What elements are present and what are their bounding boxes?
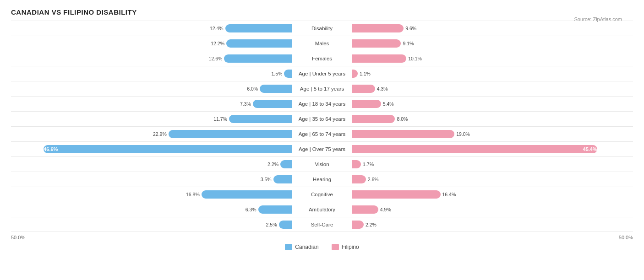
bar-canadian <box>279 221 293 229</box>
legend-filipino-icon <box>332 244 339 250</box>
bar-value-canadian: 12.4% <box>210 26 224 31</box>
chart-row: 11.7%Age | 35 to 64 years8.0% <box>11 111 633 126</box>
bar-value-canadian: 12.6% <box>209 56 223 61</box>
legend-canadian-icon <box>285 244 292 250</box>
left-bar-container: 3.5% <box>11 174 292 184</box>
left-bar-container: 16.8% <box>11 189 292 199</box>
axis-row: 50.0% 50.0% <box>11 235 633 240</box>
bar-value-canadian: 6.0% <box>247 86 258 92</box>
row-label: Age | 18 to 34 years <box>292 101 352 107</box>
bar-canadian: 46.6% <box>44 145 292 153</box>
right-bar-container: 10.1% <box>352 54 633 64</box>
right-bar-container: 1.1% <box>352 69 633 79</box>
bar-value-filipino: 10.1% <box>408 56 422 61</box>
bar-value-filipino: 16.4% <box>442 192 456 197</box>
chart-title: CANADIAN VS FILIPINO DISABILITY <box>11 8 633 16</box>
chart-row: 7.3%Age | 18 to 34 years5.4% <box>11 96 633 111</box>
row-label: Vision <box>292 162 352 167</box>
chart-row: 6.0%Age | 5 to 17 years4.3% <box>11 81 633 96</box>
bar-value-canadian: 12.2% <box>211 41 224 46</box>
bar-canadian <box>202 190 292 199</box>
row-label: Ambulatory <box>292 207 352 212</box>
chart-row: 6.3%Ambulatory4.9% <box>11 202 633 217</box>
bar-value-filipino: 5.4% <box>383 101 394 107</box>
bar-value-canadian: 11.7% <box>213 116 227 122</box>
bar-value-canadian: 7.3% <box>240 101 251 107</box>
legend-filipino-label: Filipino <box>342 244 359 250</box>
left-bar-container: 6.3% <box>11 205 292 215</box>
left-bar-container: 11.7% <box>11 114 292 124</box>
bar-canadian <box>169 130 292 138</box>
axis-right: 50.0% <box>350 235 633 240</box>
right-bar-container: 4.9% <box>352 205 633 215</box>
bar-canadian <box>260 85 292 93</box>
left-bar-container: 6.0% <box>11 84 292 94</box>
bar-value-filipino: 2.2% <box>366 222 377 227</box>
bar-filipino <box>352 175 366 183</box>
bar-value-canadian: 22.9% <box>153 131 167 137</box>
bar-value-canadian: 2.5% <box>266 222 277 227</box>
bar-value-canadian: 3.5% <box>261 177 272 182</box>
row-label: Hearing <box>292 177 352 182</box>
bar-value-filipino: 8.0% <box>397 116 408 122</box>
chart-row: 22.9%Age | 65 to 74 years19.0% <box>11 126 633 141</box>
bar-canadian <box>225 24 292 32</box>
legend: Canadian Filipino <box>11 244 633 250</box>
legend-canadian-label: Canadian <box>295 244 318 250</box>
bar-filipino <box>352 39 401 48</box>
left-bar-container: 12.2% <box>11 38 292 48</box>
row-label: Disability <box>292 26 352 31</box>
axis-left: 50.0% <box>11 235 294 240</box>
bar-filipino <box>352 221 364 229</box>
bar-filipino <box>352 115 395 123</box>
legend-filipino: Filipino <box>332 244 359 250</box>
row-label: Age | 35 to 64 years <box>292 116 352 122</box>
bar-filipino <box>352 190 441 199</box>
right-bar-container: 2.2% <box>352 220 633 230</box>
chart-area: 12.4%Disability9.6%12.2%Males9.1%12.6%Fe… <box>11 21 633 232</box>
chart-row: 46.6%Age | Over 75 years45.4% <box>11 141 633 156</box>
bar-canadian <box>273 175 292 183</box>
bar-canadian <box>224 54 292 63</box>
right-bar-container: 4.3% <box>352 84 633 94</box>
left-bar-container: 12.4% <box>11 23 292 33</box>
bar-value-canadian: 2.2% <box>267 162 278 167</box>
right-bar-container: 8.0% <box>352 114 633 124</box>
row-label: Self-Care <box>292 222 352 227</box>
bar-value-filipino: 19.0% <box>456 131 470 137</box>
bar-filipino <box>352 24 404 32</box>
left-bar-container: 1.5% <box>11 69 292 79</box>
bar-filipino <box>352 160 361 168</box>
bar-value-filipino: 1.7% <box>363 162 374 167</box>
bar-filipino <box>352 54 406 63</box>
bar-canadian <box>229 115 292 123</box>
chart-row: 2.5%Self-Care2.2% <box>11 217 633 232</box>
bar-filipino <box>352 100 381 108</box>
chart-row: 12.2%Males9.1% <box>11 36 633 51</box>
right-bar-container: 9.6% <box>352 23 633 33</box>
bar-canadian <box>284 70 292 78</box>
legend-canadian: Canadian <box>285 244 318 250</box>
row-label: Females <box>292 56 352 61</box>
chart-row: 3.5%Hearing2.6% <box>11 172 633 187</box>
bar-value-filipino: 4.9% <box>380 207 391 212</box>
bar-filipino <box>352 85 375 93</box>
chart-row: 12.6%Females10.1% <box>11 51 633 66</box>
bar-filipino <box>352 70 358 78</box>
chart-row: 2.2%Vision1.7% <box>11 156 633 172</box>
bar-canadian <box>253 100 292 108</box>
bar-value-canadian: 16.8% <box>186 192 200 197</box>
bar-canadian <box>280 160 292 168</box>
left-bar-container: 7.3% <box>11 99 292 109</box>
right-bar-container: 2.6% <box>352 174 633 184</box>
row-label: Age | 5 to 17 years <box>292 86 352 92</box>
right-bar-container: 45.4% <box>352 144 633 154</box>
bar-value-filipino: 4.3% <box>377 86 388 92</box>
row-label: Age | Over 75 years <box>292 146 352 152</box>
bar-value-filipino: 45.4% <box>580 146 597 152</box>
bar-value-filipino: 9.1% <box>403 41 414 46</box>
bar-value-canadian: 6.3% <box>246 207 257 212</box>
bar-filipino <box>352 205 378 214</box>
row-label: Cognitive <box>292 192 352 197</box>
right-bar-container: 9.1% <box>352 38 633 48</box>
